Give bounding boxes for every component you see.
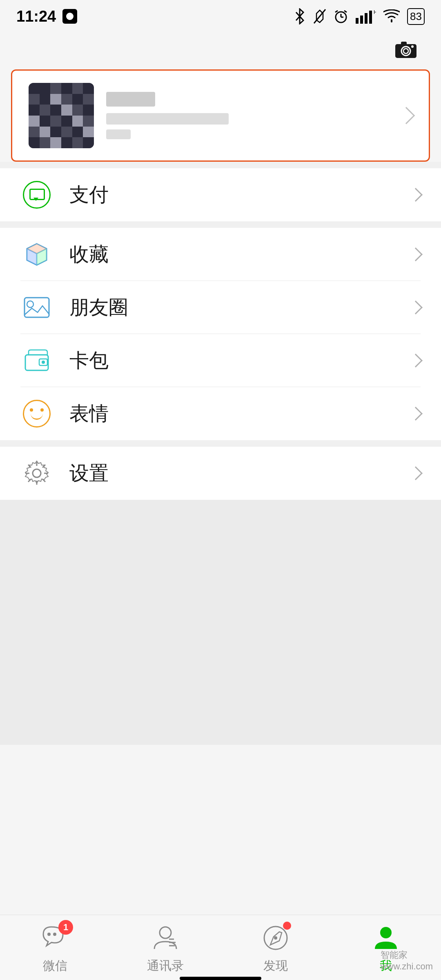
moments-icon-wrap <box>20 291 53 324</box>
moments-chevron-icon <box>409 301 423 314</box>
wifi-icon <box>383 9 400 23</box>
svg-rect-8 <box>365 13 368 24</box>
main-content: 11:24 <box>0 0 441 814</box>
emoji-icon <box>23 400 51 428</box>
tab-bar: 1 微信 通讯录 发现 <box>0 915 441 980</box>
username-blurred <box>106 92 155 107</box>
avatar <box>29 83 94 148</box>
battery-level: 83 <box>410 10 422 23</box>
emoji-icon-wrap <box>20 397 53 430</box>
payment-chevron-icon <box>409 188 423 202</box>
camera-button[interactable] <box>391 34 421 64</box>
svg-rect-21 <box>24 298 49 317</box>
menu-section-1: 支付 <box>0 168 441 221</box>
svg-text:HD: HD <box>374 9 376 15</box>
section-divider-2 <box>0 221 441 228</box>
meta-info-blurred <box>106 129 131 139</box>
wallet-icon-wrap <box>20 344 53 377</box>
settings-icon-wrap <box>20 457 53 490</box>
svg-point-43 <box>380 927 392 938</box>
collections-icon-wrap <box>20 238 53 271</box>
emoji-eyes <box>30 408 44 412</box>
watermark: 智能家www.zhi.com <box>381 949 433 972</box>
settings-label: 设置 <box>69 460 411 486</box>
box-icon <box>23 241 51 268</box>
svg-point-37 <box>160 927 171 938</box>
svg-rect-6 <box>356 18 359 24</box>
payment-icon <box>23 181 51 209</box>
collections-label: 收藏 <box>69 241 411 267</box>
status-bar: 11:24 <box>0 0 441 33</box>
contacts-tab-icon-wrap <box>149 922 182 954</box>
menu-item-emoji[interactable]: 表情 <box>0 387 441 440</box>
tab-item-contacts[interactable]: 通讯录 <box>110 922 220 974</box>
profile-info <box>106 92 380 139</box>
status-icons-group: HD 83 <box>294 8 425 25</box>
svg-line-0 <box>314 9 325 23</box>
svg-rect-14 <box>401 42 407 45</box>
settings-section: 设置 <box>0 447 441 500</box>
settings-icon <box>23 459 51 487</box>
payment-icon-inner <box>29 189 44 201</box>
tiktok-notification-icon <box>62 9 77 24</box>
contacts-tab-label: 通讯录 <box>147 958 184 974</box>
bluetooth-icon <box>294 8 306 24</box>
signal-icon: HD <box>356 9 376 24</box>
avatar-image <box>29 83 94 148</box>
menu-item-payment[interactable]: 支付 <box>0 168 441 221</box>
svg-point-35 <box>47 933 51 936</box>
discover-tab-icon-wrap <box>259 922 292 954</box>
emoji-mouth <box>31 414 43 420</box>
wechat-id-blurred <box>106 113 229 125</box>
svg-rect-9 <box>369 11 372 24</box>
moments-label: 朋友圈 <box>69 294 411 321</box>
contacts-tab-icon <box>151 924 180 951</box>
wechat-tab-icon-wrap: 1 <box>39 922 71 954</box>
profile-meta <box>106 129 380 139</box>
emoji-eye-right <box>40 408 44 412</box>
svg-line-5 <box>344 11 347 12</box>
svg-point-42 <box>274 936 277 940</box>
payment-icon-wrap <box>20 178 53 211</box>
svg-rect-7 <box>360 16 363 24</box>
menu-item-settings[interactable]: 设置 <box>0 447 441 500</box>
settings-chevron-icon <box>409 466 423 480</box>
section-divider-3 <box>0 440 441 447</box>
svg-point-26 <box>33 469 41 477</box>
svg-point-36 <box>53 933 56 936</box>
home-indicator <box>180 977 261 980</box>
tab-item-wechat[interactable]: 1 微信 <box>0 922 110 974</box>
me-tab-icon <box>372 924 400 951</box>
menu-item-collections[interactable]: 收藏 <box>0 228 441 281</box>
wechat-badge: 1 <box>58 920 73 935</box>
emoji-chevron-icon <box>409 407 423 421</box>
alarm-icon <box>334 9 348 24</box>
payment-label: 支付 <box>69 182 411 208</box>
emoji-label: 表情 <box>69 401 411 427</box>
menu-item-wallet[interactable]: 卡包 <box>0 334 441 387</box>
svg-point-22 <box>27 301 33 307</box>
emoji-eye-left <box>30 408 33 412</box>
wechat-tab-label: 微信 <box>43 958 67 974</box>
camera-icon <box>394 38 417 60</box>
mute-icon <box>313 9 326 24</box>
profile-chevron-icon <box>398 107 415 124</box>
section-divider-top <box>0 162 441 168</box>
wallet-icon <box>23 347 51 374</box>
camera-area <box>0 33 441 65</box>
discover-badge-dot <box>283 922 291 930</box>
tab-item-discover[interactable]: 发现 <box>220 922 331 974</box>
menu-section-2: 收藏 朋友圈 <box>0 228 441 440</box>
moments-icon <box>23 294 51 321</box>
time-display: 11:24 <box>16 8 56 25</box>
svg-line-4 <box>335 11 338 12</box>
discover-tab-label: 发现 <box>263 958 288 974</box>
wallet-chevron-icon <box>409 354 423 368</box>
profile-section[interactable] <box>11 69 430 162</box>
menu-item-moments[interactable]: 朋友圈 <box>0 281 441 334</box>
battery-indicator: 83 <box>407 8 425 25</box>
wallet-label: 卡包 <box>69 347 411 374</box>
svg-point-25 <box>42 361 45 364</box>
status-time-group: 11:24 <box>16 8 77 25</box>
svg-point-15 <box>411 45 414 48</box>
